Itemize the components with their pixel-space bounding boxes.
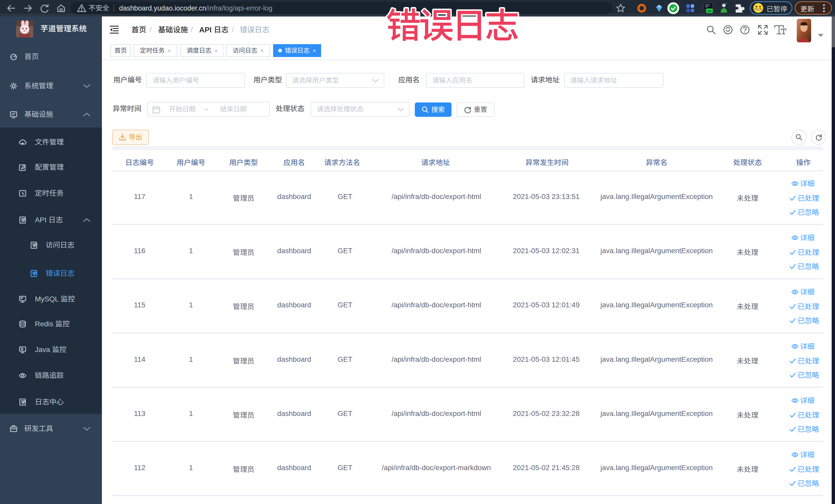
svg-text:错误日志: 错误日志 [386, 0, 518, 48]
svg-text:on: on [708, 9, 712, 13]
